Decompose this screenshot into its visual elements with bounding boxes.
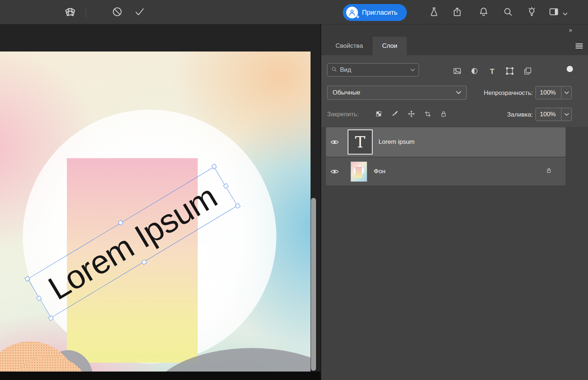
filter-image-layers-button[interactable] (452, 66, 462, 77)
vertical-scrollbar-thumb[interactable] (311, 198, 316, 371)
text-layer-thumbnail[interactable]: T (348, 129, 373, 155)
shape-frame-icon (505, 67, 514, 77)
type-T-icon: T (490, 68, 494, 75)
panel-header: » Свойства Слои (321, 24, 588, 55)
tab-layers[interactable]: Слои (373, 37, 407, 55)
fill-value: 100% (536, 111, 556, 118)
move-arrows-icon (408, 110, 415, 119)
panel-tabs: Свойства Слои (326, 37, 407, 55)
opacity-input[interactable]: 100% (535, 86, 572, 99)
padlock-icon (440, 110, 447, 119)
image-icon (453, 67, 462, 77)
layers-panel: » Свойства Слои Вид T (320, 24, 588, 380)
workspace-switcher-button[interactable] (546, 5, 561, 19)
background-layer-thumbnail[interactable] (351, 161, 367, 182)
search-button[interactable] (501, 5, 515, 19)
smart-object-pages-icon (523, 67, 532, 77)
adjustment-half-circle-icon (470, 67, 478, 76)
hamburger-menu-icon (576, 45, 583, 50)
tab-properties-label: Свойства (336, 42, 363, 50)
panel-menu-button[interactable] (576, 43, 583, 50)
commit-transform-button[interactable] (132, 5, 147, 19)
beaker-icon (429, 7, 439, 18)
collapse-panels-button[interactable]: » (569, 27, 573, 33)
layer-row-text[interactable]: T Lorem ipsum (326, 127, 566, 157)
search-icon (503, 7, 513, 18)
lock-pixels-button[interactable] (390, 110, 399, 119)
canvas-area: Lorem Ipsum (0, 24, 320, 380)
text-thumbnail-glyph: T (355, 133, 365, 151)
document-canvas[interactable]: Lorem Ipsum (0, 52, 311, 372)
layer-locked-padlock-icon (546, 167, 552, 175)
photoshop-window: + Пригласить (0, 0, 588, 380)
warp-mode-button[interactable] (63, 5, 78, 19)
bottom-status-strip (0, 372, 320, 380)
layers-list: T Lorem ipsum Фон (321, 127, 588, 380)
invite-label: Пригласить (362, 9, 397, 17)
tab-properties[interactable]: Свойства (326, 37, 373, 55)
search-icon (331, 66, 337, 74)
blend-mode-select[interactable]: Обычные (327, 86, 467, 100)
lightbulb-icon (527, 7, 537, 18)
beta-features-button[interactable] (427, 5, 441, 19)
share-export-icon (452, 7, 462, 18)
layer-name[interactable]: Lorem ipsum (379, 138, 415, 146)
warp-grid-icon (64, 6, 76, 19)
tab-layers-label: Слои (382, 42, 397, 50)
person-plus-icon: + (346, 7, 358, 18)
visibility-eye-icon[interactable] (326, 127, 343, 157)
share-button[interactable] (450, 5, 465, 19)
filter-smart-objects-button[interactable] (523, 66, 533, 77)
plus-badge-icon: + (356, 14, 359, 20)
toolbar-divider (86, 6, 86, 18)
blend-mode-value: Обычные (333, 89, 360, 96)
cancel-icon (112, 6, 123, 18)
invite-button[interactable]: + Пригласить (343, 4, 407, 21)
lock-artboard-button[interactable] (423, 110, 433, 119)
options-bar: + Пригласить (0, 0, 588, 24)
filter-shape-layers-button[interactable] (505, 66, 515, 77)
chevron-down-icon (456, 89, 461, 96)
layer-filter-search[interactable]: Вид (327, 63, 419, 77)
opacity-label: Непрозрачность: (484, 89, 533, 97)
chevron-down-icon[interactable] (562, 113, 571, 116)
brush-icon (391, 110, 399, 119)
filter-adjustment-layers-button[interactable] (469, 66, 480, 77)
lock-position-button[interactable] (406, 110, 416, 119)
layer-filtering-toggle[interactable] (567, 66, 573, 72)
layer-row-background[interactable]: Фон (326, 157, 566, 185)
layers-panel-body: Вид T Обычные Непр (321, 55, 588, 380)
checkmark-icon (134, 6, 145, 18)
bell-icon (478, 7, 489, 18)
filter-type-layers-button[interactable]: T (487, 66, 497, 77)
filter-kind-label: Вид (340, 66, 351, 74)
chevron-down-icon[interactable] (562, 91, 571, 95)
transform-handle-middle-left[interactable] (36, 295, 42, 301)
cancel-transform-button[interactable] (110, 5, 125, 19)
workspace-panel-icon (549, 7, 559, 18)
artboard-crop-icon (424, 110, 431, 119)
workspace-chevron-down-icon[interactable] (563, 11, 567, 17)
fill-input[interactable]: 100% (535, 108, 572, 121)
lock-all-button[interactable] (439, 110, 448, 119)
layer-name[interactable]: Фон (374, 168, 386, 175)
lock-transparency-button[interactable] (374, 110, 383, 119)
transparency-checker-icon (375, 110, 382, 118)
discover-tips-button[interactable] (524, 5, 539, 19)
opacity-value: 100% (536, 89, 556, 96)
chevron-down-icon (410, 66, 415, 74)
lock-label: Закрепить: (327, 111, 359, 118)
transform-handle-bottom-left[interactable] (48, 315, 54, 321)
notifications-button[interactable] (476, 5, 491, 19)
fill-label: Заливка: (507, 111, 533, 118)
visibility-eye-icon[interactable] (326, 157, 343, 185)
